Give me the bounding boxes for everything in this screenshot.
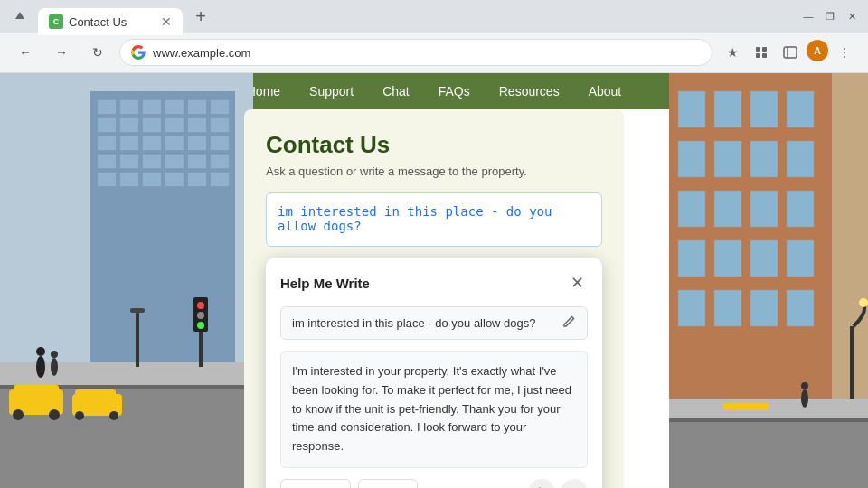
svg-rect-72 [714, 191, 741, 227]
svg-rect-28 [120, 155, 138, 168]
svg-point-90 [859, 298, 868, 307]
svg-point-48 [75, 411, 84, 420]
svg-rect-83 [669, 417, 868, 488]
nav-chat[interactable]: Chat [382, 84, 410, 99]
svg-rect-64 [714, 91, 741, 127]
svg-rect-34 [120, 173, 138, 186]
contact-title: Contact Us [266, 131, 602, 159]
google-logo [131, 45, 146, 60]
nav-faqs[interactable]: FAQs [439, 84, 470, 99]
minimize-btn[interactable]: — [799, 7, 817, 25]
url-bar[interactable]: www.example.com [119, 39, 712, 66]
svg-rect-21 [98, 136, 116, 150]
svg-rect-23 [143, 136, 161, 150]
svg-rect-38 [211, 173, 229, 186]
svg-rect-80 [714, 290, 741, 326]
svg-rect-76 [714, 240, 741, 277]
svg-rect-70 [787, 141, 814, 177]
svg-rect-1 [756, 47, 760, 52]
hmw-actions [528, 479, 588, 488]
svg-rect-89 [850, 326, 854, 399]
svg-rect-12 [165, 100, 184, 114]
regenerate-button[interactable] [561, 479, 588, 488]
tone-dropdown[interactable]: Tone [358, 479, 418, 488]
svg-rect-43 [14, 385, 59, 396]
maximize-btn[interactable]: ❐ [821, 7, 839, 25]
svg-rect-27 [98, 155, 116, 168]
svg-rect-3 [756, 53, 760, 58]
svg-rect-30 [165, 155, 184, 168]
nav-support[interactable]: Support [309, 84, 354, 99]
menu-icon[interactable]: ⋮ [832, 40, 857, 65]
svg-rect-73 [750, 191, 778, 227]
nav-about[interactable]: About [589, 84, 622, 99]
svg-rect-11 [143, 100, 161, 114]
page-content: Home Support Chat FAQs Resources About C… [0, 73, 868, 488]
svg-rect-82 [787, 290, 814, 326]
background-left [0, 73, 253, 488]
svg-rect-24 [165, 136, 184, 150]
svg-rect-10 [120, 100, 138, 114]
extensions-icon[interactable] [749, 40, 774, 65]
message-input[interactable]: im interested in this place - do you all… [266, 192, 602, 247]
svg-rect-81 [750, 290, 778, 326]
tab-title: Contact Us [69, 15, 127, 29]
svg-point-59 [51, 358, 58, 376]
svg-rect-2 [762, 47, 767, 52]
svg-rect-69 [750, 141, 778, 177]
svg-rect-75 [678, 240, 705, 277]
hmw-title: Help Me Write [280, 276, 370, 291]
svg-rect-78 [787, 240, 814, 277]
svg-rect-14 [211, 100, 229, 114]
svg-rect-18 [165, 118, 184, 132]
hmw-output-text: I'm interested in your property. It's ex… [280, 351, 588, 468]
sidebar-icon[interactable] [778, 40, 803, 65]
hmw-input-row: im interested in this place - do you all… [280, 306, 588, 340]
new-tab-button[interactable]: + [188, 4, 213, 29]
svg-rect-16 [120, 118, 138, 132]
svg-rect-15 [98, 118, 116, 132]
hmw-edit-icon[interactable] [561, 314, 576, 332]
svg-point-54 [197, 302, 204, 309]
close-btn[interactable]: ✕ [843, 7, 861, 25]
svg-rect-32 [211, 155, 229, 168]
tab-bar: C Contact Us ✕ + — ❐ ✕ [0, 0, 868, 33]
svg-rect-29 [143, 155, 161, 168]
svg-rect-25 [188, 136, 206, 150]
bookmark-icon[interactable]: ★ [720, 40, 745, 65]
contact-card: Contact Us Ask a question or write a mes… [244, 109, 624, 488]
svg-marker-0 [15, 12, 24, 19]
svg-rect-35 [143, 173, 161, 186]
length-dropdown[interactable]: Length [280, 479, 351, 488]
profile-avatar[interactable]: A [807, 40, 828, 61]
svg-point-60 [51, 351, 58, 358]
refresh-button[interactable]: ↻ [83, 38, 112, 67]
hmw-header: Help Me Write ✕ [280, 272, 588, 294]
forward-button[interactable]: → [47, 38, 76, 67]
svg-point-56 [197, 322, 204, 329]
tab-expand-btn[interactable] [7, 4, 33, 29]
svg-rect-50 [136, 308, 139, 367]
svg-rect-33 [98, 173, 116, 186]
svg-rect-65 [750, 91, 778, 127]
nav-resources[interactable]: Resources [499, 84, 560, 99]
back-button[interactable]: ← [11, 38, 40, 67]
hmw-close-button[interactable]: ✕ [566, 272, 588, 294]
svg-rect-4 [762, 53, 767, 58]
svg-rect-22 [120, 136, 138, 150]
svg-point-58 [36, 347, 45, 356]
svg-rect-74 [787, 191, 814, 227]
svg-rect-66 [787, 91, 814, 127]
tab-close-btn[interactable]: ✕ [161, 15, 172, 28]
contact-subtitle: Ask a question or write a message to the… [266, 164, 602, 178]
svg-rect-19 [188, 118, 206, 132]
hmw-controls: Length Tone [280, 479, 588, 488]
help-me-write-panel: Help Me Write ✕ im interested in this pl… [266, 258, 602, 488]
svg-rect-79 [678, 290, 705, 326]
active-tab[interactable]: C Contact Us ✕ [38, 8, 183, 35]
undo-button[interactable] [528, 479, 555, 488]
window-controls: — ❐ ✕ [799, 7, 861, 25]
svg-rect-47 [75, 389, 116, 399]
svg-rect-67 [678, 141, 705, 177]
svg-point-57 [36, 356, 45, 378]
